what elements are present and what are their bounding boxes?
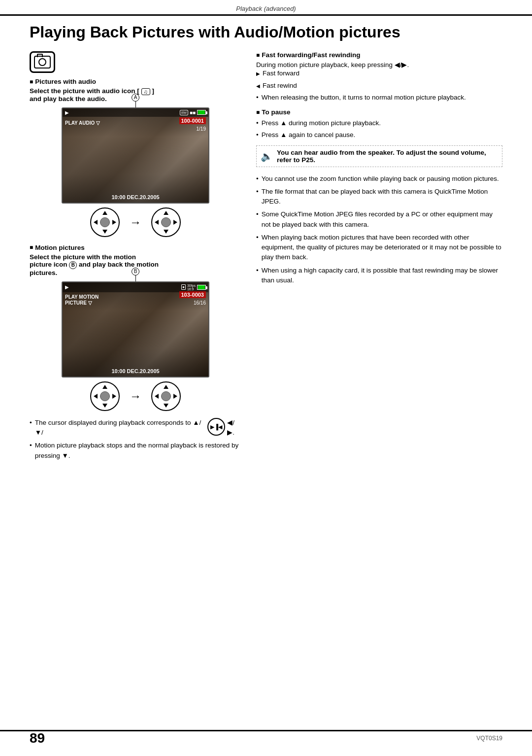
page-category: Playback (advanced)	[0, 0, 532, 14]
motion-pictures-header: Motion pictures	[30, 244, 241, 251]
fast-forward-header: Fast forwarding/Fast rewinding	[256, 51, 502, 59]
dpad-right-2	[173, 220, 177, 225]
bullet-item-1: The cursor displayed during playback cor…	[30, 418, 241, 438]
to-pause-list: Press ▲ during motion picture playback. …	[256, 118, 502, 140]
bullet-item-2: Motion picture playback stops and the no…	[30, 441, 241, 461]
fast-forward-notes: When releasing the button, it turns to n…	[256, 93, 502, 103]
dpad-circle-1	[90, 207, 120, 237]
dpad-inner-2	[161, 217, 171, 227]
fast-forward-desc: During motion picture playback, keep pre…	[256, 61, 502, 69]
lcd-fps-ratio: 30fps 16:9	[187, 284, 196, 291]
dpad-1	[90, 207, 120, 237]
lcd-separator-1: ■■	[190, 110, 196, 115]
lcd-label-2b: PICTURE ▽	[65, 300, 92, 306]
camera-icon-inner	[34, 56, 51, 69]
dpad-right-4	[173, 394, 177, 399]
fast-rewind-item: Fast rewind	[256, 81, 502, 91]
dpad-up-1	[102, 211, 107, 215]
dpad-right-1	[112, 220, 116, 225]
lcd-timestamp-1: 10:00 DEC.20.2005	[111, 194, 159, 200]
dpad-down-3	[102, 404, 107, 408]
lcd-play-icon-1: ▶	[65, 110, 69, 115]
lcd-scene-icon-2: ●	[181, 284, 186, 290]
notes-list: You cannot use the zoom function while p…	[256, 174, 502, 286]
fast-forward-list: Fast forward Fast rewind	[256, 69, 502, 91]
lcd-icons-right-2: ● 30fps 16:9	[181, 284, 206, 291]
arrow-symbol-2: →	[130, 389, 141, 403]
dpad-2	[151, 207, 181, 237]
note-5: When using a high capacity card, it is p…	[256, 266, 502, 286]
lcd-counter-1: 100-0001	[179, 117, 206, 124]
playback-btn-icon: ▶▐◀	[207, 418, 225, 436]
fast-forward-item: Fast forward	[256, 69, 502, 78]
pause-item-2: Press ▲ again to cancel pause.	[256, 130, 502, 140]
lcd-screen-motion: ▶ ● 30fps 16:9 103-0003 16/16	[62, 281, 209, 378]
model-number: VQT0S19	[476, 735, 502, 742]
dpad-4	[151, 381, 181, 411]
note-4: When playing back motion pictures that h…	[256, 233, 502, 263]
dpad-circle-4	[151, 381, 181, 411]
to-pause-header: To pause	[256, 108, 502, 116]
bottom-bullet-list: The cursor displayed during playback cor…	[30, 418, 241, 461]
lcd-timestamp-2: 10:00 DEC.20.2005	[111, 368, 159, 374]
dpad-right-3	[112, 394, 116, 399]
dpad-up-4	[164, 385, 168, 389]
lcd-resolution-1: 8M	[180, 110, 188, 115]
camera-icon	[30, 51, 55, 73]
arrow-row-1: →	[30, 207, 241, 237]
lcd-page-2: 16/16	[194, 300, 206, 306]
dpad-inner-4	[161, 391, 171, 401]
dpad-left-4	[155, 394, 159, 399]
note-2: The file format that can be played back …	[256, 187, 502, 207]
arrow-symbol-1: →	[130, 215, 141, 229]
battery-icon-1	[197, 110, 206, 115]
dpad-down-1	[102, 230, 107, 234]
note-dashed-box: 🔈 You can hear audio from the speaker. T…	[256, 145, 502, 167]
lcd-label-1: PLAY AUDIO ▽	[65, 120, 100, 126]
lcd-top-bar-1: ▶ 8M ■■	[63, 108, 208, 117]
dpad-down-2	[164, 230, 168, 234]
dpad-left-3	[94, 394, 98, 399]
dpad-left-2	[155, 220, 159, 225]
note-1: You cannot use the zoom function while p…	[256, 174, 502, 184]
lcd-screen-audio: ▶ 8M ■■ 100-0001 1/19 PLAY AUDIO ▽ 10:00…	[62, 107, 209, 204]
dpad-left-1	[94, 220, 98, 225]
speaker-icon: 🔈	[261, 150, 273, 162]
dpad-down-4	[164, 404, 168, 408]
bottom-notes: You cannot use the zoom function while p…	[256, 174, 502, 286]
lcd-icons-right-1: 8M ■■	[180, 110, 206, 115]
page-title: Playing Back Pictures with Audio/Motion …	[30, 23, 502, 41]
arrow-row-2: →	[30, 381, 241, 411]
page-number: 89	[30, 730, 45, 746]
lcd-top-bar-2: ▶ ● 30fps 16:9	[63, 282, 208, 292]
dpad-up-3	[102, 385, 107, 389]
note-box-content: You can hear audio from the speaker. To …	[277, 149, 498, 164]
dpad-circle-2	[151, 207, 181, 237]
left-column: Pictures with audio Select the picture w…	[30, 51, 241, 463]
dpad-3	[90, 381, 120, 411]
lcd-counter-2: 103-0003	[179, 291, 206, 298]
dpad-inner-3	[100, 391, 110, 401]
lcd-page-1: 1/19	[197, 126, 206, 132]
ff-note-1: When releasing the button, it turns to n…	[256, 93, 502, 103]
lcd-play-icon-2: ▶	[65, 284, 69, 290]
pause-item-1: Press ▲ during motion picture playback.	[256, 118, 502, 128]
bottom-left-notes: The cursor displayed during playback cor…	[30, 418, 241, 461]
dpad-circle-3	[90, 381, 120, 411]
pictures-with-audio-header: Pictures with audio	[30, 78, 241, 85]
lcd-label-2a: PLAY MOTION	[65, 294, 99, 300]
right-column: Fast forwarding/Fast rewinding During mo…	[256, 51, 502, 463]
battery-icon-2	[197, 285, 206, 290]
dpad-inner-1	[100, 217, 110, 227]
note-3: Some QuickTime Motion JPEG files recorde…	[256, 209, 502, 230]
dpad-up-2	[164, 211, 168, 215]
page-footer: 89 VQT0S19	[0, 730, 532, 746]
